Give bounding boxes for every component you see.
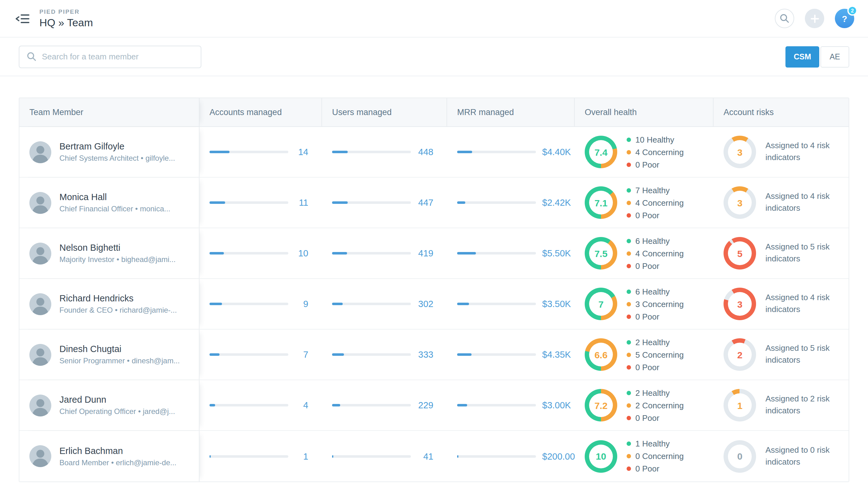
poor-dot (627, 365, 631, 369)
users-managed-cell: 419 (322, 228, 447, 278)
team-member-cell: Erlich Bachman Board Member • erlich@jam… (20, 431, 199, 482)
table-row[interactable]: Bertram Gilfoyle Chief Systems Architect… (20, 127, 848, 178)
risk-label: Assigned to 2 risk indicators (766, 393, 842, 417)
users-value[interactable]: 447 (417, 198, 433, 208)
users-value[interactable]: 419 (417, 248, 433, 258)
concerning-dot (627, 200, 631, 205)
global-search-button[interactable] (775, 9, 794, 28)
accounts-bar (209, 151, 288, 153)
health-score: 7.2 (589, 393, 613, 417)
mrr-value[interactable]: $3.00K (542, 400, 571, 410)
sidebar-collapse-button[interactable] (14, 10, 31, 27)
column-header-account-risks[interactable]: Account risks (713, 98, 848, 126)
column-header-accounts-managed[interactable]: Accounts managed (199, 98, 322, 126)
mrr-bar (457, 353, 536, 356)
member-name: Jared Dunn (59, 394, 175, 404)
accounts-bar (209, 455, 288, 458)
healthy-dot (627, 390, 631, 395)
mrr-value[interactable]: $4.35K (542, 350, 571, 360)
accounts-value[interactable]: 9 (295, 299, 308, 309)
table-row[interactable]: Jared Dunn Chief Operating Officer • jar… (20, 380, 848, 431)
users-value[interactable]: 333 (417, 350, 433, 360)
member-subtitle: Board Member • erlich@jamie-de... (59, 458, 176, 467)
mrr-managed-cell: $200.00 (447, 431, 575, 482)
toggle-csm[interactable]: CSM (785, 46, 819, 67)
poor-dot (627, 162, 631, 167)
mrr-value[interactable]: $5.50K (542, 248, 571, 258)
poor-count: 0 Poor (635, 464, 659, 473)
users-value[interactable]: 302 (417, 299, 433, 309)
healthy-dot (627, 340, 631, 344)
risk-count: 3 (728, 292, 752, 316)
healthy-dot (627, 188, 631, 192)
accounts-value[interactable]: 14 (295, 147, 308, 157)
risk-count: 1 (728, 393, 752, 417)
member-text: Monica Hall Chief Financial Officer • mo… (59, 192, 170, 213)
member-name: Richard Hendricks (59, 293, 177, 303)
concerning-count: 0 Concerning (635, 451, 684, 461)
overall-health-cell: 10 1 Healthy 0 Concerning 0 Poor (575, 431, 713, 482)
avatar (29, 394, 51, 416)
member-subtitle: Senior Programmer • dinesh@jam... (59, 356, 180, 365)
risk-donut: 3 (723, 136, 756, 168)
table-row[interactable]: Erlich Bachman Board Member • erlich@jam… (20, 431, 848, 482)
mrr-bar (457, 404, 536, 406)
accounts-value[interactable]: 11 (295, 198, 308, 208)
users-bar (332, 353, 411, 356)
team-member-cell: Bertram Gilfoyle Chief Systems Architect… (20, 127, 199, 177)
account-risks-cell: 3 Assigned to 4 risk indicators (713, 279, 848, 329)
help-button[interactable]: ? 2 (835, 9, 854, 28)
toggle-ae[interactable]: AE (820, 46, 849, 67)
avatar (29, 141, 51, 163)
column-header-users-managed[interactable]: Users managed (322, 98, 447, 126)
health-donut: 7.5 (585, 237, 617, 269)
member-subtitle: Chief Systems Architect • gilfoyle... (59, 154, 175, 162)
users-bar (332, 404, 411, 406)
team-search-box[interactable] (19, 45, 201, 68)
mrr-value[interactable]: $200.00 (542, 451, 575, 461)
account-risks-cell: 1 Assigned to 2 risk indicators (713, 380, 848, 430)
mrr-bar (457, 252, 536, 255)
users-value[interactable]: 229 (417, 400, 433, 410)
users-value[interactable]: 41 (417, 451, 433, 461)
concerning-count: 4 Concerning (635, 198, 684, 207)
add-button[interactable] (805, 9, 824, 28)
users-value[interactable]: 448 (417, 147, 433, 157)
table-row[interactable]: Dinesh Chugtai Senior Programmer • dines… (20, 330, 848, 380)
column-header-mrr-managed[interactable]: MRR managed (447, 98, 575, 126)
accounts-managed-cell: 14 (199, 127, 322, 177)
table-row[interactable]: Richard Hendricks Founder & CEO • richar… (20, 279, 848, 330)
account-risks-cell: 3 Assigned to 4 risk indicators (713, 178, 848, 228)
accounts-managed-cell: 9 (199, 279, 322, 329)
mrr-bar (457, 455, 536, 458)
member-name: Erlich Bachman (59, 446, 176, 455)
accounts-bar (209, 202, 288, 204)
accounts-value[interactable]: 10 (295, 248, 308, 258)
poor-count: 0 Poor (635, 413, 659, 422)
mrr-bar (457, 202, 536, 204)
accounts-value[interactable]: 1 (295, 451, 308, 461)
mrr-value[interactable]: $3.50K (542, 299, 571, 309)
mrr-value[interactable]: $2.42K (542, 198, 571, 208)
risk-label: Assigned to 5 risk indicators (766, 241, 842, 265)
mrr-value[interactable]: $4.40K (542, 147, 571, 157)
users-bar (332, 151, 411, 153)
users-managed-cell: 333 (322, 330, 447, 380)
role-toggle-group: CSM AE (785, 46, 849, 67)
team-search-input[interactable] (42, 52, 193, 61)
poor-dot (627, 415, 631, 420)
table-row[interactable]: Monica Hall Chief Financial Officer • mo… (20, 178, 848, 228)
table-row[interactable]: Nelson Bighetti Majority Investor • bigh… (20, 228, 848, 279)
risk-label: Assigned to 5 risk indicators (766, 343, 842, 366)
health-legend: 1 Healthy 0 Concerning 0 Poor (627, 439, 684, 473)
column-header-team-member[interactable]: Team Member (20, 98, 199, 126)
account-risks-cell: 3 Assigned to 4 risk indicators (713, 127, 848, 177)
accounts-value[interactable]: 7 (295, 350, 308, 360)
team-member-cell: Nelson Bighetti Majority Investor • bigh… (20, 228, 199, 278)
column-header-overall-health[interactable]: Overall health (575, 98, 713, 126)
accounts-value[interactable]: 4 (295, 400, 308, 410)
risk-count: 5 (728, 241, 752, 265)
breadcrumb[interactable]: HQ » Team (39, 16, 93, 29)
health-score: 7.5 (589, 241, 613, 265)
poor-count: 0 Poor (635, 362, 659, 372)
